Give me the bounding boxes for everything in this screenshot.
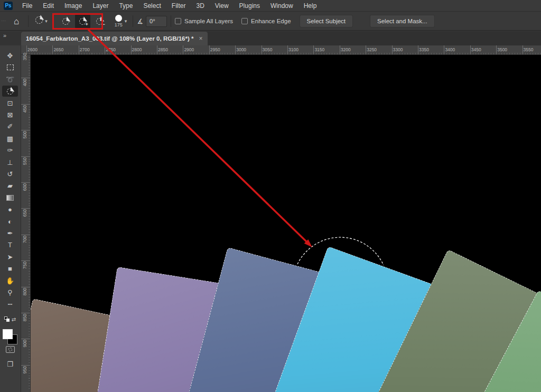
blur-tool[interactable]: ● (2, 204, 18, 215)
chevron-down-icon[interactable]: ▾ (45, 18, 48, 24)
menu-image[interactable]: Image (59, 0, 87, 12)
h-ruler-label: 3150 (314, 47, 324, 52)
eyedropper-tool[interactable]: ✐ (2, 121, 18, 132)
menu-edit[interactable]: Edit (38, 0, 59, 12)
menu-plugins[interactable]: Plugins (234, 0, 265, 12)
h-ruler-label: 3050 (263, 47, 273, 52)
divider (171, 15, 171, 27)
menu-file[interactable]: File (17, 0, 38, 12)
divider (28, 15, 29, 27)
toolbar-expand-icon[interactable]: » (3, 32, 6, 39)
menu-type[interactable]: Type (114, 0, 138, 12)
move-tool[interactable]: ✥ (2, 50, 18, 61)
foreground-background-swatches[interactable] (2, 329, 18, 346)
menu-window[interactable]: Window (265, 0, 299, 12)
menu-3d[interactable]: 3D (191, 0, 209, 12)
toolbar-header: » (0, 31, 21, 45)
menu-filter[interactable]: Filter (166, 0, 191, 12)
menu-view[interactable]: View (210, 0, 234, 12)
blur-tool-icon: ● (8, 206, 12, 213)
h-ruler-label: 3250 (367, 47, 377, 52)
h-ruler-label: 3400 (445, 47, 455, 52)
brush-tool[interactable]: ✑ (2, 145, 18, 156)
document-title: 16054_Farbkarton_A3_003.tif @ 108% (Laye… (26, 35, 193, 42)
menu-select[interactable]: Select (138, 0, 166, 12)
history-brush-tool[interactable]: ↺ (2, 169, 18, 180)
gradient-tool[interactable] (2, 192, 18, 203)
path-selection-tool-icon: ➤ (7, 254, 13, 260)
v-ruler-label: 450 (22, 105, 27, 113)
v-ruler-label: 550 (22, 157, 27, 165)
brush-size-control[interactable]: 175 (115, 15, 123, 27)
photoshop-window: Ps FileEditImageLayerTypeSelectFilter3DV… (0, 0, 541, 392)
h-ruler-label: 3200 (341, 47, 351, 52)
angle-input[interactable]: 0° (146, 16, 167, 27)
chevron-down-icon[interactable]: ▾ (125, 18, 127, 24)
brush-tool-icon: ✑ (7, 147, 13, 154)
healing-brush-tool[interactable]: ▩ (2, 133, 18, 144)
quick-mask-icon (6, 346, 15, 353)
select-and-mask-button[interactable]: Select and Mask... (370, 15, 435, 27)
path-selection-tool[interactable]: ➤ (2, 251, 18, 263)
selection-brush-tool[interactable] (2, 86, 18, 97)
menu-bar: Ps FileEditImageLayerTypeSelectFilter3DV… (0, 0, 541, 12)
document-canvas[interactable] (31, 55, 541, 392)
quick-mask-mode-button[interactable] (2, 344, 18, 355)
crop-tool[interactable]: ⊡ (2, 98, 18, 109)
hand-tool-icon: ✋ (6, 277, 14, 284)
hand-tool[interactable]: ✋ (2, 275, 18, 286)
frame-tool[interactable]: ⊠ (2, 109, 18, 120)
h-ruler-label: 3500 (497, 47, 507, 52)
type-tool[interactable]: T (2, 239, 18, 250)
h-ruler-label: 2600 (27, 47, 38, 52)
h-ruler-label: 2700 (80, 47, 90, 52)
h-ruler-label: 3450 (471, 47, 481, 52)
tab-close-icon[interactable]: × (199, 35, 202, 42)
select-subject-button[interactable]: Select Subject (300, 15, 353, 27)
zoom-tool[interactable]: ⚲ (2, 287, 18, 298)
menu-layer[interactable]: Layer (87, 0, 114, 12)
subtract-from-selection-mode-button[interactable]: − (92, 14, 107, 29)
h-ruler-label: 2650 (53, 47, 63, 52)
menu-help[interactable]: Help (299, 0, 322, 12)
crop-tool-icon: ⊡ (7, 100, 13, 107)
dodge-tool-icon: ◐ (8, 218, 12, 225)
enhance-edge-checkbox[interactable]: Enhance Edge (241, 18, 291, 24)
screen-mode-button[interactable]: ❐ (2, 359, 18, 370)
vertical-ruler: 3504004505005506006507007508008509009501… (21, 55, 31, 392)
rectangle-tool[interactable]: ■ (2, 263, 18, 274)
foreground-color-swatch[interactable] (3, 329, 13, 339)
clone-stamp-tool[interactable]: ⊥ (2, 157, 18, 168)
v-ruler-label: 500 (22, 131, 27, 138)
toolbar-ellipsis-icon: ••• (8, 302, 12, 306)
lasso-tool[interactable]: ➰ (2, 74, 18, 85)
sample-all-layers-checkbox[interactable]: Sample All Layers (175, 18, 233, 24)
frame-tool-icon: ⊠ (7, 111, 13, 118)
options-bar: ⋮ ⌂ ▾ +− 175 ▾ ∡ 0° Sample All Layers En… (0, 12, 541, 31)
color-swatches (2, 329, 18, 345)
rectangular-marquee-tool[interactable] (2, 62, 18, 73)
add-to-selection-mode-button[interactable]: + (75, 14, 90, 29)
default-and-swap-colors[interactable]: ⇄ (2, 314, 18, 325)
new-selection-mode-button[interactable] (58, 14, 73, 29)
healing-brush-tool-icon: ▩ (7, 135, 13, 142)
zoom-tool-icon: ⚲ (7, 289, 13, 296)
h-ruler-label: 3000 (236, 47, 246, 52)
checkbox-icon (175, 18, 181, 24)
h-ruler-label: 2850 (158, 47, 168, 52)
screen-mode-button-icon: ❐ (7, 361, 13, 368)
toolbar-ellipsis[interactable]: ••• (2, 298, 18, 310)
tool-preset-icon[interactable] (35, 16, 43, 26)
eraser-tool[interactable]: ▰ (2, 180, 18, 191)
horizontal-ruler: 2600265027002750280028502900295030003050… (21, 45, 541, 55)
photoshop-logo[interactable]: Ps (4, 2, 13, 10)
move-tool-icon: ✥ (7, 52, 13, 59)
v-ruler-label: 800 (22, 288, 27, 295)
checkbox-icon (241, 18, 248, 24)
selection-brush-icon (7, 88, 13, 95)
brush-size-value: 175 (115, 23, 123, 27)
pen-tool[interactable]: ✒ (2, 228, 18, 239)
dodge-tool[interactable]: ◐ (2, 216, 18, 227)
home-icon[interactable]: ⌂ (14, 17, 19, 26)
document-tab[interactable]: 16054_Farbkarton_A3_003.tif @ 108% (Laye… (21, 32, 208, 45)
